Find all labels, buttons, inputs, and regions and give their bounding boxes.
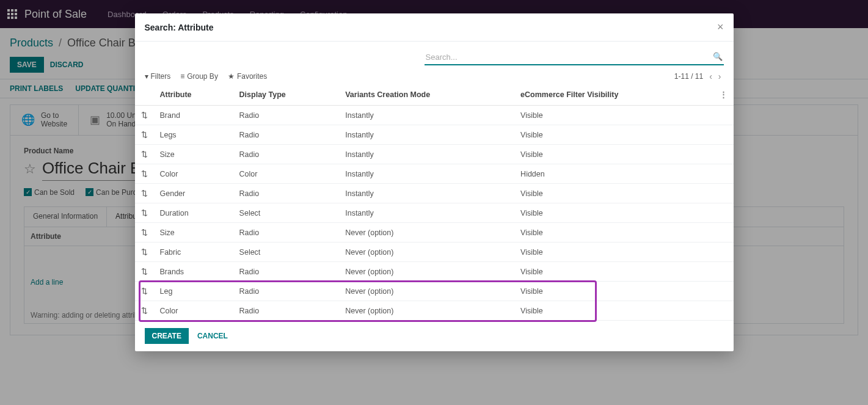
- modal-title: Search: Attribute: [145, 23, 214, 32]
- cell-attribute: Size: [154, 145, 233, 164]
- table-row[interactable]: ⇅ColorColorInstantlyHidden: [135, 164, 734, 184]
- modal-search-panel: 🔍 ▾Filters ≡Group By ★Favorites 1-11 / 1…: [135, 42, 734, 84]
- cell-attribute: Fabric: [154, 243, 233, 262]
- table-row[interactable]: ⇅ColorRadioNever (option)Visible: [135, 301, 734, 321]
- drag-handle-icon[interactable]: ⇅: [135, 223, 154, 243]
- cell-creation: Instantly: [339, 145, 514, 164]
- cell-attribute: Size: [154, 223, 233, 243]
- list-icon: ≡: [180, 72, 184, 81]
- search-icon[interactable]: 🔍: [713, 52, 723, 61]
- pager-text: 1-11 / 11: [674, 72, 703, 81]
- cell-display: Radio: [233, 145, 340, 164]
- drag-handle-icon[interactable]: ⇅: [135, 106, 154, 125]
- cell-creation: Never (option): [339, 301, 514, 321]
- groupby-button[interactable]: ≡Group By: [180, 72, 218, 81]
- table-row[interactable]: ⇅SizeRadioInstantlyVisible: [135, 145, 734, 164]
- cell-visibility: Visible: [514, 203, 713, 223]
- cell-visibility: Hidden: [514, 164, 713, 184]
- cell-visibility: Visible: [514, 223, 713, 243]
- drag-handle-icon[interactable]: ⇅: [135, 243, 154, 262]
- star-icon: ★: [228, 72, 235, 81]
- col-visibility[interactable]: eCommerce Filter Visibility: [514, 84, 713, 106]
- close-icon[interactable]: ×: [717, 21, 724, 34]
- cell-visibility: Visible: [514, 282, 713, 301]
- pager-next-icon[interactable]: ›: [718, 71, 721, 81]
- cell-visibility: Visible: [514, 125, 713, 145]
- cell-display: Select: [233, 243, 340, 262]
- cell-display: Radio: [233, 282, 340, 301]
- drag-handle-icon[interactable]: ⇅: [135, 164, 154, 184]
- drag-handle-icon[interactable]: ⇅: [135, 262, 154, 282]
- cell-creation: Never (option): [339, 262, 514, 282]
- cell-attribute: Brand: [154, 106, 233, 125]
- cell-creation: Instantly: [339, 164, 514, 184]
- cell-attribute: Leg: [154, 282, 233, 301]
- cell-visibility: Visible: [514, 145, 713, 164]
- table-row[interactable]: ⇅BrandRadioInstantlyVisible: [135, 106, 734, 125]
- search-attribute-modal: Search: Attribute × 🔍 ▾Filters ≡Group By…: [135, 13, 734, 351]
- col-attribute[interactable]: Attribute: [154, 84, 233, 106]
- cell-display: Select: [233, 203, 340, 223]
- drag-handle-icon[interactable]: ⇅: [135, 282, 154, 301]
- cell-attribute: Color: [154, 164, 233, 184]
- kebab-icon[interactable]: ⋮: [713, 84, 734, 106]
- cell-visibility: Visible: [514, 301, 713, 321]
- table-row[interactable]: ⇅LegRadioNever (option)Visible: [135, 282, 734, 301]
- col-creation[interactable]: Variants Creation Mode: [339, 84, 514, 106]
- drag-handle-icon[interactable]: ⇅: [135, 203, 154, 223]
- table-row[interactable]: ⇅DurationSelectInstantlyVisible: [135, 203, 734, 223]
- cell-attribute: Color: [154, 301, 233, 321]
- cell-attribute: Legs: [154, 125, 233, 145]
- table-row[interactable]: ⇅BrandsRadioNever (option)Visible: [135, 262, 734, 282]
- cell-display: Radio: [233, 262, 340, 282]
- cell-creation: Never (option): [339, 243, 514, 262]
- cell-creation: Instantly: [339, 106, 514, 125]
- favorites-button[interactable]: ★Favorites: [228, 72, 267, 81]
- cell-display: Radio: [233, 125, 340, 145]
- modal-header: Search: Attribute ×: [135, 13, 734, 42]
- pager-prev-icon[interactable]: ‹: [709, 71, 712, 81]
- cancel-button[interactable]: CANCEL: [197, 332, 228, 340]
- cell-creation: Instantly: [339, 184, 514, 203]
- cell-visibility: Visible: [514, 262, 713, 282]
- create-button[interactable]: CREATE: [145, 328, 189, 344]
- cell-visibility: Visible: [514, 184, 713, 203]
- attribute-table: Attribute Display Type Variants Creation…: [135, 84, 734, 321]
- cell-visibility: Visible: [514, 106, 713, 125]
- cell-display: Radio: [233, 223, 340, 243]
- col-display[interactable]: Display Type: [233, 84, 340, 106]
- cell-display: Radio: [233, 106, 340, 125]
- cell-attribute: Brands: [154, 262, 233, 282]
- filter-icon: ▾: [145, 72, 148, 81]
- cell-display: Radio: [233, 301, 340, 321]
- cell-creation: Never (option): [339, 223, 514, 243]
- table-row[interactable]: ⇅LegsRadioInstantlyVisible: [135, 125, 734, 145]
- filters-button[interactable]: ▾Filters: [145, 72, 171, 81]
- cell-creation: Never (option): [339, 282, 514, 301]
- table-row[interactable]: ⇅FabricSelectNever (option)Visible: [135, 243, 734, 262]
- modal-footer: CREATE CANCEL: [135, 321, 734, 351]
- table-row[interactable]: ⇅SizeRadioNever (option)Visible: [135, 223, 734, 243]
- drag-handle-icon[interactable]: ⇅: [135, 125, 154, 145]
- cell-attribute: Duration: [154, 203, 233, 223]
- drag-handle-icon[interactable]: ⇅: [135, 184, 154, 203]
- search-input[interactable]: [425, 50, 724, 65]
- cell-creation: Instantly: [339, 125, 514, 145]
- drag-handle-icon[interactable]: ⇅: [135, 301, 154, 321]
- cell-display: Radio: [233, 184, 340, 203]
- modal-overlay: Search: Attribute × 🔍 ▾Filters ≡Group By…: [0, 0, 868, 405]
- cell-creation: Instantly: [339, 203, 514, 223]
- cell-display: Color: [233, 164, 340, 184]
- drag-handle-icon[interactable]: ⇅: [135, 145, 154, 164]
- table-row[interactable]: ⇅GenderRadioInstantlyVisible: [135, 184, 734, 203]
- cell-attribute: Gender: [154, 184, 233, 203]
- cell-visibility: Visible: [514, 243, 713, 262]
